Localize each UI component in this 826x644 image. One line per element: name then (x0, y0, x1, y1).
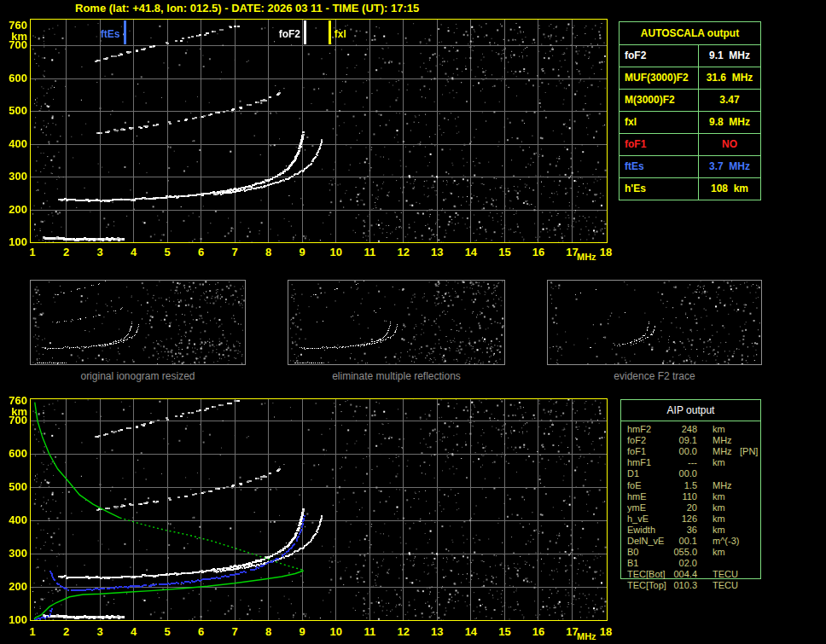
autoscala-param-value: 31.6 MHz (699, 67, 760, 89)
processing-step-canvas (288, 281, 504, 364)
autoscala-param-value: 108 km (699, 178, 760, 200)
aip-param-flag: [PN] (740, 446, 758, 457)
autoscala-output-table: AUTOSCALA output foF29.1 MHzMUF(3000)F23… (619, 21, 761, 200)
autoscala-output-title: AUTOSCALA output (620, 22, 760, 45)
aip-param-value: 36 (658, 525, 697, 536)
aip-row: hmF2248km (627, 424, 760, 435)
aip-row: B0055.0km (627, 547, 760, 558)
x-axis-tick: 4 (123, 626, 145, 638)
aip-param-value: 004.4 (658, 569, 697, 580)
aip-row: Ewidth36km (627, 525, 760, 536)
x-axis-unit: MHz (577, 631, 596, 641)
y-axis-tick: 400 (2, 138, 27, 150)
autoscala-param-label: M(3000)F2 (620, 90, 699, 111)
aip-param-value: 02.0 (658, 558, 697, 569)
x-axis-tick: 15 (493, 626, 515, 638)
x-axis-tick: 13 (426, 626, 448, 638)
autoscala-screen: Rome (lat: +41.8, lon: 012.5) - DATE: 20… (0, 0, 826, 644)
aip-row: foF100.0MHz[PN] (627, 446, 760, 457)
aip-row: hmE110km (627, 491, 760, 502)
y-axis-tick: 200 (2, 581, 27, 593)
y-axis-tick: 300 (2, 548, 27, 560)
x-axis-tick: 8 (258, 626, 280, 638)
x-axis-tick: 11 (358, 626, 381, 638)
aip-row: foE1.5MHz (627, 480, 760, 491)
y-axis-tick: 500 (2, 481, 27, 493)
y-axis-tick: 400 (2, 514, 27, 526)
autoscala-param-label: foF2 (620, 45, 699, 67)
x-axis-tick: 6 (190, 626, 212, 638)
y-axis-tick: 700 (2, 415, 27, 426)
aip-param-value: 00.1 (658, 536, 697, 547)
aip-param-unit: TECU (713, 569, 738, 580)
aip-row: TEC[Top]010.3TECU (627, 580, 760, 591)
aip-row: ymE20km (627, 502, 760, 513)
aip-param-value: 110 (658, 491, 697, 502)
aip-param-name: ymE (627, 502, 646, 513)
aip-row: foF209.1MHz (627, 435, 760, 446)
y-axis-tick: 100 (2, 614, 27, 626)
x-axis-tick: 2 (55, 626, 78, 638)
aip-row: TEC[Bot]004.4TECU (627, 569, 760, 580)
aip-param-unit: km (713, 547, 725, 558)
x-axis-tick: 2 (55, 247, 78, 258)
x-axis-tick: 7 (224, 626, 246, 638)
autoscala-row: fxl9.8 MHz (620, 112, 760, 134)
aip-param-name: B1 (627, 558, 638, 569)
fxl-marker-label: fxl (334, 28, 346, 40)
aip-output-title: AIP output (621, 400, 760, 421)
processing-step-thumbnail (30, 280, 246, 365)
aip-param-unit: km (713, 457, 725, 468)
aip-param-value: 055.0 (658, 547, 697, 558)
autoscala-param-label: MUF(3000)F2 (620, 67, 699, 89)
ftEs-marker-label: ftEs (101, 28, 120, 40)
foF2-marker-label: foF2 (279, 28, 300, 40)
autoscala-param-value: 3.7 MHz (699, 156, 760, 177)
x-axis-tick: 14 (460, 247, 482, 258)
autoscala-row: foF29.1 MHz (620, 45, 760, 67)
x-axis-tick: 9 (291, 626, 313, 638)
x-axis-tick: 12 (393, 247, 415, 258)
processing-step-thumbnail (547, 280, 762, 365)
x-axis-tick: 1 (21, 247, 44, 258)
aip-param-value: 1.5 (658, 480, 697, 491)
aip-param-unit: MHz (713, 435, 732, 446)
x-axis-tick: 6 (190, 247, 212, 258)
aip-row: DelN_vE00.1m^(-3) (627, 536, 760, 547)
x-axis-tick: 9 (291, 247, 313, 258)
x-axis-tick: 18 (595, 626, 617, 638)
autoscala-param-label: fxl (620, 112, 699, 133)
ionogram-profile-canvas (31, 399, 607, 620)
aip-param-name: D1 (627, 468, 639, 479)
fxl-marker-line (329, 20, 331, 44)
x-axis-tick: 14 (460, 626, 482, 638)
processing-step-caption: evidence F2 trace (547, 370, 762, 382)
aip-param-name: foE (627, 480, 642, 491)
aip-param-value: 248 (658, 424, 697, 435)
x-axis-tick: 16 (527, 247, 550, 258)
processing-step-caption: original ionogram resized (30, 370, 246, 382)
aip-row: B102.0 (627, 558, 760, 569)
x-axis-unit: MHz (577, 252, 596, 262)
autoscala-row: h'Es108 km (620, 178, 760, 200)
autoscala-row: foF1NO (620, 134, 760, 156)
x-axis-tick: 7 (224, 247, 246, 258)
y-axis-tick: 300 (2, 171, 27, 183)
processing-step-caption: eliminate multiple reflections (288, 370, 505, 382)
aip-param-unit: km (713, 424, 725, 435)
aip-param-name: hmE (627, 491, 647, 502)
aip-param-unit: km (713, 513, 725, 525)
aip-param-unit: m^(-3) (713, 536, 739, 547)
x-axis-tick: 13 (426, 247, 448, 258)
y-axis-tick: 700 (2, 39, 27, 51)
aip-param-name: Ewidth (627, 525, 655, 536)
autoscala-param-value: 3.47 (699, 90, 760, 111)
autoscala-param-label: h'Es (620, 178, 699, 200)
x-axis-tick: 16 (527, 626, 550, 638)
aip-param-unit: km (713, 491, 725, 502)
aip-param-name: foF1 (627, 446, 646, 457)
aip-param-name: foF2 (627, 435, 646, 446)
autoscala-param-value: NO (699, 134, 760, 155)
aip-param-unit: TECU (713, 580, 738, 591)
x-axis-tick: 15 (493, 247, 515, 258)
